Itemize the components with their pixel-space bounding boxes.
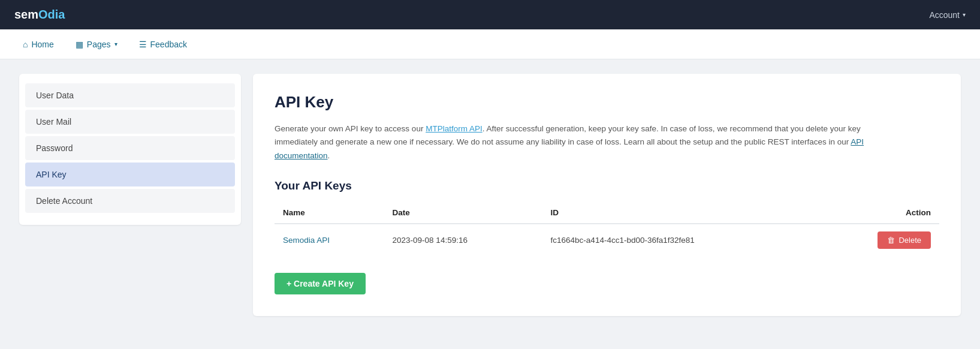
nav-home-label: Home <box>31 40 53 49</box>
api-key-id: fc1664bc-a414-4cc1-bd00-36fa1f32fe81 <box>542 224 819 256</box>
nav-item-pages[interactable]: ▦ Pages ▾ <box>67 35 126 54</box>
delete-api-key-button[interactable]: 🗑 Delete <box>878 231 931 249</box>
desc-text-3: . <box>328 151 330 160</box>
api-key-panel: API Key Generate your own API key to acc… <box>253 74 961 316</box>
panel-title: API Key <box>275 93 939 112</box>
delete-trash-icon: 🗑 <box>887 236 895 245</box>
nav-pages-label: Pages <box>87 40 111 49</box>
pages-icon: ▦ <box>76 40 83 49</box>
logo: semOdia <box>14 8 65 22</box>
col-header-id: ID <box>542 202 819 224</box>
table-row: Semodia API 2023-09-08 14:59:16 fc1664bc… <box>275 224 939 256</box>
section-title: Your API Keys <box>275 179 939 192</box>
top-navigation: semOdia Account ▾ <box>0 0 980 29</box>
nav-item-home[interactable]: ⌂ Home <box>14 35 62 54</box>
api-key-date: 2023-09-08 14:59:16 <box>384 224 542 256</box>
main-content: User Data User Mail Password API Key Del… <box>0 59 980 330</box>
nav-feedback-label: Feedback <box>150 40 187 49</box>
secondary-navigation: ⌂ Home ▦ Pages ▾ ☰ Feedback <box>0 29 980 59</box>
account-menu[interactable]: Account ▾ <box>929 10 966 20</box>
panel-description: Generate your own API key to access our … <box>275 122 874 163</box>
table-header-row: Name Date ID Action <box>275 202 939 224</box>
logo-accent: Odia <box>38 8 65 21</box>
col-header-date: Date <box>384 202 542 224</box>
api-key-action-cell: 🗑 Delete <box>819 224 939 256</box>
sidebar-item-api-key[interactable]: API Key <box>25 163 235 186</box>
delete-button-label: Delete <box>898 236 921 245</box>
account-chevron-icon: ▾ <box>963 11 966 18</box>
content-wrapper: User Data User Mail Password API Key Del… <box>19 74 961 316</box>
desc-text-1: Generate your own API key to access our <box>275 124 426 133</box>
col-header-name: Name <box>275 202 384 224</box>
pages-chevron-icon: ▾ <box>114 41 117 47</box>
nav-item-feedback[interactable]: ☰ Feedback <box>131 35 195 54</box>
home-icon: ⌂ <box>23 40 28 49</box>
account-label: Account <box>929 10 960 20</box>
create-api-key-button[interactable]: + Create API Key <box>275 273 366 294</box>
feedback-icon: ☰ <box>139 40 147 49</box>
sidebar-item-delete-account[interactable]: Delete Account <box>25 189 235 213</box>
sidebar: User Data User Mail Password API Key Del… <box>19 74 241 225</box>
logo-text-main: sem <box>14 8 38 21</box>
col-header-action: Action <box>819 202 939 224</box>
api-keys-table: Name Date ID Action Semodia API 2023-09-… <box>275 202 939 256</box>
api-key-name: Semodia API <box>275 224 384 256</box>
mtplatform-link[interactable]: MTPlatform API <box>426 124 483 133</box>
sidebar-item-password[interactable]: Password <box>25 136 235 160</box>
sidebar-item-user-mail[interactable]: User Mail <box>25 110 235 134</box>
sidebar-item-user-data[interactable]: User Data <box>25 83 235 107</box>
